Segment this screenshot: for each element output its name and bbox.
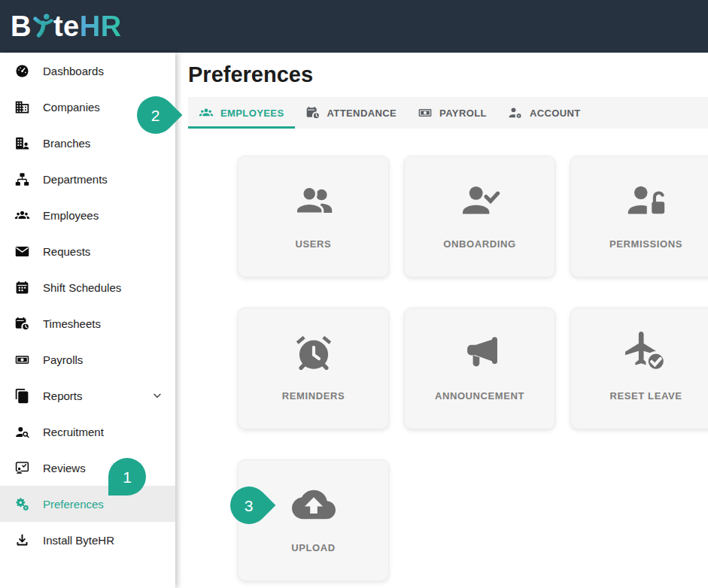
card-label: USERS (296, 238, 332, 250)
card-permissions[interactable]: PERMISSIONS (570, 156, 708, 277)
logo-text-b: B (11, 11, 32, 43)
dashboard-icon (14, 63, 30, 79)
sidebar-item-label: Reports (43, 389, 83, 402)
sidebar-item-label: Shift Schedules (43, 281, 121, 294)
sidebar-item-label: Install ByteHR (43, 534, 114, 547)
banknote-icon (418, 105, 433, 120)
branch-icon (14, 135, 30, 151)
sidebar-item-label: Dashboards (43, 65, 104, 77)
person-lock-icon (624, 179, 668, 223)
card-reminders[interactable]: REMINDERS (238, 308, 389, 429)
sidebar-item-preferences[interactable]: Preferences (0, 486, 175, 522)
sidebar-item-install[interactable]: Install ByteHR (0, 522, 175, 558)
logo-person-icon (32, 10, 53, 41)
mail-icon (14, 244, 30, 259)
preferences-tabbar: EMPLOYEES ATTENDANCE PAYROLL ACCOUNT (188, 97, 708, 129)
sidebar-item-recruitment[interactable]: Recruitment (0, 414, 175, 450)
tab-label: EMPLOYEES (220, 108, 284, 119)
sidebar-item-requests[interactable]: Requests (0, 233, 175, 269)
employees-icon (14, 208, 30, 223)
logo-text-hr: HR (80, 11, 122, 43)
megaphone-icon (458, 331, 502, 374)
sidebar-item-label: Timesheets (43, 317, 101, 330)
calendar-clock-icon (14, 316, 30, 332)
sidebar-item-dashboards[interactable]: Dashboards (0, 53, 175, 89)
tab-label: PAYROLL (439, 108, 487, 119)
card-label: ANNOUNCEMENT (435, 390, 524, 402)
card-reset-leave[interactable]: RESET LEAVE (570, 308, 708, 429)
card-users[interactable]: USERS (238, 156, 389, 277)
company-icon (14, 99, 30, 115)
sidebar-item-label: Requests (43, 245, 90, 258)
sidebar-item-label: Companies (43, 101, 100, 114)
sidebar-item-label: Preferences (43, 498, 104, 511)
sidebar-item-label: Departments (43, 173, 108, 186)
sidebar-item-label: Branches (43, 137, 90, 150)
download-icon (14, 532, 30, 548)
banknote-icon (14, 352, 30, 368)
app-header: B te HR (0, 0, 708, 53)
preferences-card-grid: USERS ONBOARDING PERMISSIONS REMINDERS A… (238, 156, 708, 581)
alarm-icon (292, 331, 336, 374)
tab-account[interactable]: ACCOUNT (497, 97, 591, 129)
sidebar-item-label: Payrolls (43, 353, 83, 366)
calendar-clock-icon (305, 105, 321, 120)
chevron-down-icon (151, 389, 163, 402)
users-icon (292, 179, 336, 223)
annotation-marker-number: 2 (151, 108, 160, 123)
sidebar-item-reports[interactable]: Reports (0, 377, 175, 414)
person-check-icon (458, 179, 502, 223)
person-search-icon (14, 424, 30, 440)
logo-text-te: te (53, 11, 80, 43)
annotation-marker-number: 1 (123, 469, 132, 485)
card-announcement[interactable]: ANNOUNCEMENT (404, 308, 555, 429)
tab-attendance[interactable]: ATTENDANCE (295, 97, 408, 129)
sidebar-item-timesheets[interactable]: Timesheets (0, 305, 175, 341)
sidebar-item-departments[interactable]: Departments (0, 161, 175, 197)
card-label: ONBOARDING (443, 238, 515, 250)
card-label: PERMISSIONS (609, 238, 682, 250)
sidebar-item-shift-schedules[interactable]: Shift Schedules (0, 269, 175, 305)
card-label: RESET LEAVE (610, 390, 682, 402)
sidebar-item-employees[interactable]: Employees (0, 197, 175, 233)
flight-check-icon (624, 331, 668, 374)
page-title: Preferences (188, 62, 708, 87)
card-label: REMINDERS (282, 390, 345, 402)
sidebar-item-label: Employees (43, 209, 99, 222)
sidebar-item-label: Reviews (43, 462, 86, 474)
cloud-upload-icon (292, 483, 336, 526)
annotation-marker-1: 1 (108, 458, 146, 496)
tab-payroll[interactable]: PAYROLL (407, 97, 497, 129)
gears-icon (14, 496, 30, 512)
app-logo[interactable]: B te HR (11, 10, 122, 43)
sidebar-item-reviews[interactable]: Reviews (0, 450, 175, 486)
calendar-icon (14, 280, 30, 296)
tab-label: ATTENDANCE (327, 108, 397, 119)
tab-label: ACCOUNT (530, 108, 581, 119)
card-label: UPLOAD (291, 542, 336, 553)
departments-icon (14, 171, 30, 187)
tab-employees[interactable]: EMPLOYEES (188, 97, 295, 129)
card-onboarding[interactable]: ONBOARDING (404, 156, 555, 277)
person-gear-icon (508, 105, 523, 120)
sidebar-item-payrolls[interactable]: Payrolls (0, 341, 175, 377)
sidebar-item-label: Recruitment (43, 426, 104, 438)
employees-icon (199, 105, 214, 120)
annotation-marker-number: 3 (245, 498, 254, 514)
reviews-icon (14, 460, 30, 476)
reports-icon (14, 388, 30, 404)
